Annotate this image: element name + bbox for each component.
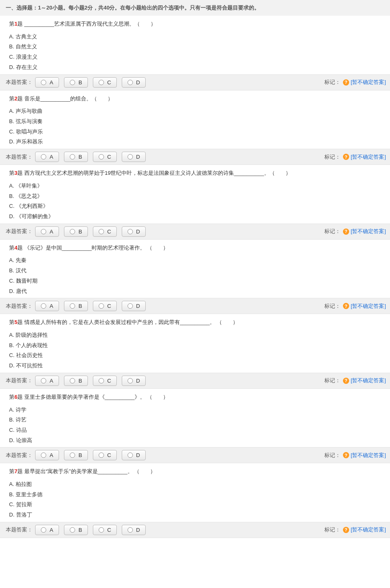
answer-bar: 本题答案：ABCD标记：?[暂不确定答案] [0,298,390,314]
radio-icon [70,154,75,159]
answer-button-a[interactable]: A [35,450,59,460]
radio-icon [41,452,46,458]
answer-button-a[interactable]: A [35,301,59,311]
answer-button-label: B [78,79,82,86]
help-icon[interactable]: ? [343,303,349,309]
option-line: B. 诗艺 [9,415,381,425]
answer-button-c[interactable]: C [93,301,117,311]
radio-icon [128,378,133,383]
answer-button-label: A [50,303,53,309]
option-line: A. 柏拉图 [9,479,381,490]
question-block: 第3题 西方现代主义艺术思潮的萌芽始于19世纪中叶，标志是法国象征主义诗人波德莱… [0,165,390,224]
answer-button-label: D [136,378,140,384]
answer-button-d[interactable]: D [122,301,146,311]
answer-bar: 本题答案：ABCD标记：?[暂不确定答案] [0,373,390,389]
question-block: 第7题 最早提出“寓教于乐”的美学家是__________。 （ ）A. 柏拉图… [0,463,390,522]
answer-button-a[interactable]: A [35,152,59,162]
answer-button-label: C [107,527,111,533]
question-title: 第3题 西方现代主义艺术思潮的萌芽始于19世纪中叶，标志是法国象征主义诗人波德莱… [9,169,381,178]
answer-button-d[interactable]: D [122,450,146,460]
radio-icon [70,229,75,234]
question-title: 第6题 亚里士多德最重要的美学著作是《__________》。 （ ） [9,393,381,402]
answer-label: 本题答案： [6,79,33,86]
answer-button-label: A [50,527,53,533]
radio-icon [41,527,46,533]
radio-icon [99,452,104,458]
answer-button-b[interactable]: B [64,301,88,311]
help-icon[interactable]: ? [343,79,349,86]
option-line: D. 论崇高 [9,436,381,446]
option-line: D. 《可溶解的鱼》 [9,212,381,222]
help-icon[interactable]: ? [343,378,349,384]
radio-icon [70,80,75,85]
answer-button-c[interactable]: C [93,152,117,162]
unsure-answer-link[interactable]: [暂不确定答案] [351,526,386,533]
option-line: A. 声乐与歌曲 [9,106,381,117]
answer-button-c[interactable]: C [93,525,117,535]
mark-label: 标记： [324,228,340,235]
answer-button-a[interactable]: A [35,525,59,535]
answer-button-c[interactable]: C [93,77,117,88]
answer-button-c[interactable]: C [93,450,117,460]
answer-button-d[interactable]: D [122,226,146,237]
answer-button-d[interactable]: D [122,376,146,386]
option-line: D. 声乐和器乐 [9,137,381,147]
answer-label: 本题答案： [6,452,33,459]
answer-button-d[interactable]: D [122,77,146,88]
answer-button-b[interactable]: B [64,376,88,386]
unsure-answer-link[interactable]: [暂不确定答案] [351,79,386,86]
answer-left: 本题答案：ABCD [6,152,151,162]
answer-left: 本题答案：ABCD [6,525,151,535]
help-icon[interactable]: ? [343,452,349,458]
question-block: 第4题 《乐记》是中国__________时期的艺术理论著作。 （ ）A. 先秦… [0,240,390,298]
answer-button-b[interactable]: B [64,525,88,535]
answer-button-label: A [50,79,53,86]
answer-button-b[interactable]: B [64,152,88,162]
answer-button-d[interactable]: D [122,525,146,535]
unsure-answer-link[interactable]: [暂不确定答案] [351,153,386,161]
unsure-answer-link[interactable]: [暂不确定答案] [351,377,386,384]
answer-button-c[interactable]: C [93,226,117,237]
answer-button-a[interactable]: A [35,376,59,386]
answer-button-a[interactable]: A [35,226,59,237]
answer-right: 标记：?[暂不确定答案] [324,302,386,310]
answer-right: 标记：?[暂不确定答案] [324,377,386,384]
question-suffix: 题 [17,468,23,474]
question-title: 第7题 最早提出“寓教于乐”的美学家是__________。 （ ） [9,467,381,476]
question-block: 第1题 __________艺术流派属于西方现代主义思潮。（ ）A. 古典主义B… [0,16,390,74]
radio-icon [41,303,46,309]
answer-button-label: C [107,154,111,160]
answer-button-label: C [107,452,111,458]
radio-icon [99,229,104,234]
answer-button-label: A [50,378,53,384]
option-line: D. 不可抗拒性 [9,361,381,371]
answer-button-a[interactable]: A [35,77,59,88]
help-icon[interactable]: ? [343,154,349,160]
answer-button-b[interactable]: B [64,77,88,88]
option-line: A. 先秦 [9,255,381,266]
unsure-answer-link[interactable]: [暂不确定答案] [351,452,386,459]
radio-icon [128,452,133,458]
help-icon[interactable]: ? [343,229,349,235]
option-line: B. 亚里士多德 [9,490,381,500]
unsure-answer-link[interactable]: [暂不确定答案] [351,228,386,235]
answer-left: 本题答案：ABCD [6,226,151,237]
question-prefix: 第 [9,95,14,102]
option-line: B. 个人的表现性 [9,340,381,351]
answer-button-d[interactable]: D [122,152,146,162]
answer-button-b[interactable]: B [64,450,88,460]
answer-button-label: B [78,527,82,533]
options-list: A. 柏拉图B. 亚里士多德C. 贺拉斯D. 普洛丁 [9,479,381,520]
answer-button-b[interactable]: B [64,226,88,237]
option-line: C. 诗品 [9,425,381,436]
answer-button-label: A [50,452,53,458]
answer-bar: 本题答案：ABCD标记：?[暂不确定答案] [0,149,390,165]
unsure-answer-link[interactable]: [暂不确定答案] [351,302,386,310]
question-block: 第5题 情感是人所特有的，它是在人类社会发展过程中产生的，因此带有_______… [0,314,390,373]
answer-button-c[interactable]: C [93,376,117,386]
answer-button-label: C [107,303,111,309]
section-header: 一、选择题：1～20小题。每小题2分，共40分。在每小题给出的四个选项中。只有一… [0,0,390,16]
answer-button-label: D [136,154,140,160]
help-icon[interactable]: ? [343,527,349,533]
mark-label: 标记： [324,452,340,459]
